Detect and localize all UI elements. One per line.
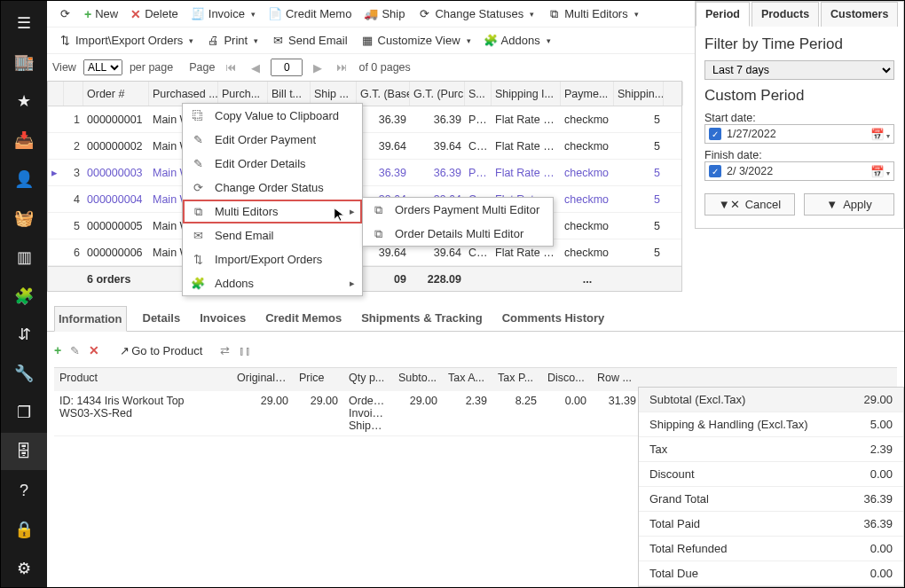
store-icon[interactable]: 🏬 (1, 43, 47, 81)
col-header[interactable]: Original Pri... (232, 368, 294, 391)
sendemail-button[interactable]: ✉Send Email (265, 32, 352, 50)
col-header[interactable]: Bill t... (268, 82, 311, 106)
archive-icon[interactable]: 🗄 (1, 433, 47, 470)
col-header[interactable]: Ship ... (311, 82, 357, 106)
multieditors-button[interactable]: ⧉Multi Editors (541, 5, 644, 23)
split-button[interactable]: ⫿⫿ (239, 344, 251, 357)
calendar-icon[interactable]: 📅 (870, 165, 890, 178)
table-row[interactable]: 2000000002Main Websit...12/20/2...Veroni… (48, 133, 681, 160)
refresh-button[interactable]: ⟳ (52, 5, 77, 23)
col-header[interactable]: Shipping I... (492, 82, 561, 106)
apply-button[interactable]: ▼Apply (804, 193, 894, 216)
customizeview-button[interactable]: ▦Customize View (355, 32, 476, 50)
pager-perpage-select[interactable]: ALL (83, 59, 122, 75)
gear-icon[interactable]: ⚙ (1, 550, 47, 587)
col-header[interactable]: Purch... (218, 82, 268, 106)
menu-item[interactable]: ⧉Order Details Multi Editor (363, 222, 553, 246)
col-header[interactable]: Subto... (393, 368, 443, 391)
transfer-icon[interactable]: ⇵ (1, 317, 47, 354)
print-button[interactable]: 🖨Print (201, 32, 264, 50)
menu-icon[interactable]: ☰ (1, 4, 47, 42)
menu-item[interactable]: ⟳Change Order Status (183, 176, 362, 200)
person-icon[interactable]: 👤 (1, 161, 47, 198)
delete-button[interactable]: ✕Delete (125, 5, 184, 23)
finish-date-input[interactable]: ✓ 2/ 3/2022 📅 (704, 161, 894, 181)
goto-product-button[interactable]: ↗Go to Product (117, 343, 202, 357)
subtab-shipments-tracking[interactable]: Shipments & Tracking (358, 306, 486, 331)
table-row[interactable]: ▸3000000003Main Websit36.3936.39Pr...Fla… (48, 160, 681, 186)
wrench-icon[interactable]: 🔧 (1, 355, 47, 392)
menu-item-label: Edit Order Payment (215, 133, 316, 146)
importexport-button[interactable]: ⇅Import\Export Orders (52, 32, 199, 50)
tab-customers[interactable]: Customers (821, 2, 898, 27)
pager-prev-button[interactable]: ◀ (248, 61, 264, 74)
col-header[interactable]: Shippin... (614, 82, 664, 106)
subtab-credit-memos[interactable]: Credit Memos (262, 306, 345, 331)
link-icon: ↗ (117, 343, 131, 357)
invoice-button[interactable]: 🧾Invoice (185, 5, 261, 23)
product-add-button[interactable]: + (54, 343, 61, 357)
col-header[interactable] (64, 82, 83, 106)
subtab-invoices[interactable]: Invoices (196, 306, 249, 331)
addons-button[interactable]: 🧩Addons (478, 32, 556, 50)
subtab-details[interactable]: Details (139, 306, 185, 331)
col-header[interactable]: Tax P... (492, 368, 542, 391)
totals-row: Total Due0.00 (639, 561, 903, 586)
table-row[interactable]: 1000000001Main Websit...12/20/2...Veroni… (48, 106, 681, 133)
col-header[interactable]: Order # (83, 82, 149, 106)
menu-item[interactable]: ✉Send Email (183, 223, 362, 247)
menu-item[interactable]: ⧉Orders Payment Multi Editor (363, 198, 553, 222)
menu-item[interactable]: ⇅Import/Export Orders (183, 247, 362, 271)
col-header[interactable]: S... (465, 82, 492, 106)
col-header[interactable]: Qty p... (343, 368, 393, 391)
pager-first-button[interactable]: ⏮ (222, 61, 240, 74)
calendar-icon[interactable]: 📅 (870, 128, 890, 141)
pager-last-button[interactable]: ⏭ (333, 61, 351, 74)
menu-item[interactable]: ✎Edit Order Payment (183, 128, 362, 152)
col-header[interactable] (664, 82, 683, 106)
col-header[interactable]: Product (54, 368, 232, 391)
subtab-information[interactable]: Information (54, 306, 127, 332)
creditmemo-button[interactable]: 📄Credit Memo (263, 5, 357, 23)
delete-icon: ✕ (130, 7, 141, 21)
new-button[interactable]: +New (79, 5, 123, 23)
col-header[interactable]: Row ... (592, 368, 641, 391)
pager-next-button[interactable]: ▶ (310, 61, 326, 74)
menu-item[interactable]: 🧩Addons (183, 271, 362, 295)
col-header[interactable]: Purchased ... (149, 82, 218, 106)
help-icon[interactable]: ? (1, 472, 47, 509)
columns-button[interactable]: ⇄ (220, 344, 230, 357)
menu-item[interactable]: ✎Edit Order Details (183, 152, 362, 176)
subtab-comments-history[interactable]: Comments History (499, 306, 609, 331)
overlap-icon[interactable]: ❐ (1, 394, 47, 431)
col-header[interactable]: Payme... (561, 82, 614, 106)
pager-page-input[interactable] (271, 59, 303, 76)
product-edit-button[interactable]: ✎ (70, 344, 80, 357)
chart-icon[interactable]: ▥ (1, 239, 47, 276)
inbox-icon[interactable]: 📥 (1, 122, 47, 159)
tab-products[interactable]: Products (752, 2, 819, 27)
menu-item[interactable]: ⧉Multi Editors (183, 200, 362, 223)
product-delete-button[interactable]: ✕ (89, 343, 99, 357)
menu-item-label: Send Email (215, 229, 273, 242)
menu-item[interactable]: ⿻Copy Value to Clipboard (183, 104, 362, 128)
start-date-input[interactable]: ✓ 1/27/2022 📅 (704, 124, 894, 144)
period-select[interactable]: Last 7 days (704, 60, 894, 80)
col-header[interactable]: Disco... (542, 368, 592, 391)
star-icon[interactable]: ★ (1, 82, 47, 120)
col-header[interactable]: Tax A... (443, 368, 492, 391)
changestatus-button[interactable]: ⟳Change Statuses (412, 5, 539, 23)
cell: 39.64 (410, 140, 465, 153)
side-panel: Period Products Customers Filter by Time… (695, 1, 904, 229)
cancel-button[interactable]: ▼✕Cancel (704, 193, 795, 216)
col-header[interactable]: Price (294, 368, 343, 391)
col-header[interactable]: G.T. (Purc... (410, 82, 465, 106)
basket-icon[interactable]: 🧺 (1, 200, 47, 237)
orders-grid-footer: 6 orders 09 228.09 ... (48, 266, 681, 291)
col-header[interactable] (48, 82, 64, 106)
col-header[interactable]: G.T. (Base) (357, 82, 410, 106)
tab-period[interactable]: Period (696, 2, 750, 27)
lock-icon[interactable]: 🔒 (1, 511, 47, 548)
puzzle-icon[interactable]: 🧩 (1, 278, 47, 315)
ship-button[interactable]: 🚚Ship (358, 5, 410, 23)
